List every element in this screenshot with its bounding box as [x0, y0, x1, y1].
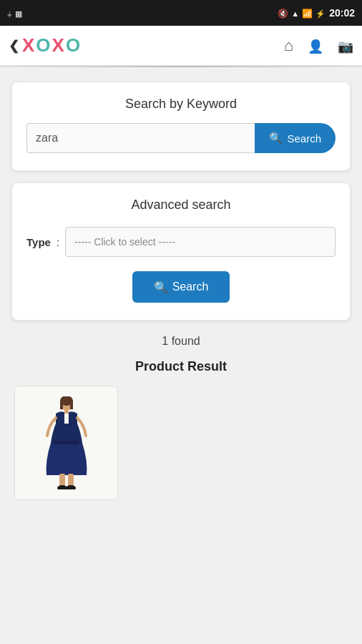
svg-rect-4 [64, 410, 69, 414]
status-left-icons [7, 8, 22, 19]
type-colon: : [57, 236, 59, 248]
wifi-icon [291, 7, 299, 19]
keyword-search-row: 🔍 Search [26, 123, 336, 153]
type-row: Type : ----- Click to select ----- [26, 227, 336, 257]
type-label: Type [26, 236, 51, 248]
svg-rect-3 [70, 401, 73, 409]
keyword-search-button[interactable]: 🔍 Search [255, 123, 336, 153]
svg-rect-2 [60, 401, 63, 409]
main-content: Search by Keyword 🔍 Search Advanced sear… [0, 67, 362, 514]
svg-point-8 [57, 485, 67, 489]
keyword-search-card: Search by Keyword 🔍 Search [11, 82, 351, 171]
adv-search-icon: 🔍 [154, 280, 168, 294]
keyword-search-title: Search by Keyword [26, 97, 336, 112]
battery-icon [315, 7, 326, 19]
adv-search-row: 🔍 Search [26, 271, 336, 303]
product-grid [11, 386, 351, 500]
keyword-search-button-label: Search [287, 132, 321, 145]
type-select-dropdown[interactable]: ----- Click to select ----- [65, 227, 336, 257]
nav-icons-group [284, 36, 353, 55]
home-icon[interactable] [284, 36, 293, 55]
svg-rect-5 [54, 441, 79, 444]
signal-icon [302, 7, 313, 19]
dress-svg [38, 396, 95, 489]
product-card[interactable] [14, 386, 118, 500]
time-display: 20:02 [329, 7, 355, 19]
logo-x2: X [52, 34, 64, 57]
user-icon[interactable] [308, 36, 323, 55]
advanced-search-button[interactable]: 🔍 Search [132, 271, 230, 303]
sim-icon [15, 8, 22, 19]
advanced-search-button-label: Search [172, 280, 209, 293]
type-select-placeholder: ----- Click to select ----- [74, 236, 175, 248]
app-logo[interactable]: X O X O [22, 34, 80, 57]
product-image [15, 386, 117, 499]
mute-icon [278, 7, 288, 19]
svg-point-9 [66, 485, 76, 489]
camera-icon[interactable] [338, 36, 353, 55]
usb-icon [7, 8, 12, 19]
found-count: 1 found [11, 335, 351, 348]
search-icon: 🔍 [269, 132, 283, 145]
status-icons [278, 7, 326, 19]
status-right-area: 20:02 [278, 7, 355, 19]
back-button[interactable] [9, 37, 19, 54]
nav-bar: X O X O [0, 26, 362, 66]
advanced-search-title: Advanced search [26, 197, 336, 213]
status-bar: 20:02 [0, 0, 362, 26]
advanced-search-card: Advanced search Type : ----- Click to se… [11, 182, 351, 321]
product-result-title: Product Result [11, 359, 351, 374]
logo-x: X [22, 34, 34, 57]
logo-o2: O [66, 34, 80, 57]
logo-o1: O [36, 34, 50, 57]
keyword-search-input[interactable] [26, 123, 255, 153]
